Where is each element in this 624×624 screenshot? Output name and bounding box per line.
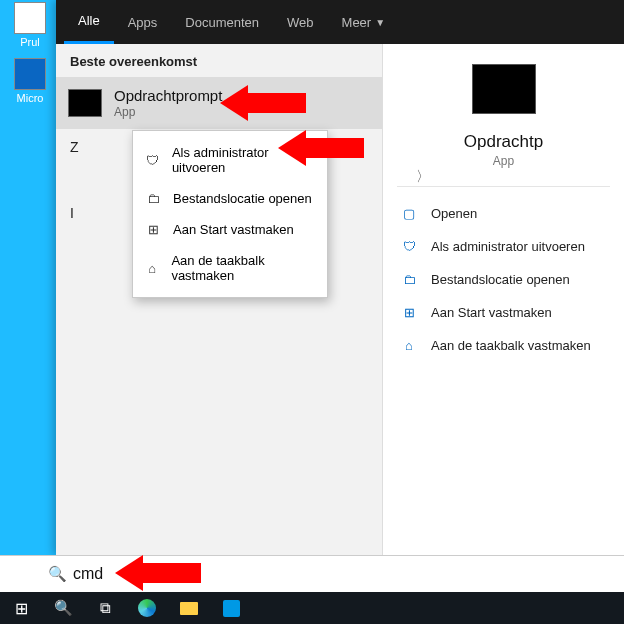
edge-icon [138, 599, 156, 617]
ctx-pin-to-taskbar[interactable]: ⌂ Aan de taakbalk vastmaken [133, 245, 327, 291]
detail-action-run-admin[interactable]: 🛡 Als administrator uitvoeren [383, 230, 624, 263]
pin-icon: ⊞ [401, 305, 417, 320]
taskbar-search-box[interactable]: 🔍 [0, 555, 624, 592]
tab-all[interactable]: Alle [64, 0, 114, 44]
best-match-subtitle: App [114, 105, 222, 119]
recycle-bin-icon [14, 2, 46, 34]
taskbar-explorer[interactable] [168, 592, 210, 624]
chevron-down-icon: ▼ [375, 17, 385, 28]
start-button[interactable]: ⊞ [0, 592, 42, 624]
pin-icon: ⌂ [401, 338, 417, 353]
tab-more[interactable]: Meer ▼ [328, 0, 400, 44]
task-view-button[interactable]: ⧉ [84, 592, 126, 624]
taskbar-search-button[interactable]: 🔍 [42, 592, 84, 624]
result-detail-pane: Opdrachtp App ▢ Openen 🛡 Als administrat… [382, 44, 624, 555]
shield-icon: 🛡 [145, 153, 160, 168]
best-match-title: Opdrachtprompt [114, 87, 222, 104]
start-search-panel: Alle Apps Documenten Web Meer ▼ Beste ov… [56, 0, 624, 555]
search-results: Beste overeenkomst Opdrachtprompt App Z … [56, 44, 624, 555]
detail-title: Opdrachtp [383, 132, 624, 152]
search-tabs: Alle Apps Documenten Web Meer ▼ [56, 0, 624, 44]
folder-icon: 🗀 [145, 191, 161, 206]
detail-action-pin-taskbar[interactable]: ⌂ Aan de taakbalk vastmaken [383, 329, 624, 362]
desktop-icon-label: Prul [20, 36, 40, 48]
cmd-icon [68, 89, 102, 117]
results-list: Beste overeenkomst Opdrachtprompt App Z … [56, 44, 382, 555]
taskbar-store[interactable] [210, 592, 252, 624]
desktop-icon-label: Micro [17, 92, 44, 104]
detail-subtitle: App [383, 154, 624, 168]
cmd-thumbnail-icon [472, 64, 536, 114]
folder-icon [180, 602, 198, 615]
tab-apps[interactable]: Apps [114, 0, 172, 44]
detail-actions: ▢ Openen 🛡 Als administrator uitvoeren 🗀… [383, 187, 624, 372]
best-match-item[interactable]: Opdrachtprompt App [56, 77, 382, 129]
desktop-icon-edge[interactable]: Micro [6, 58, 54, 104]
folder-icon: 🗀 [401, 272, 417, 287]
ctx-pin-to-start[interactable]: ⊞ Aan Start vastmaken [133, 214, 327, 245]
open-icon: ▢ [401, 206, 417, 221]
taskbar: ⊞ 🔍 ⧉ [0, 592, 624, 624]
tab-documents[interactable]: Documenten [171, 0, 273, 44]
search-icon: 🔍 [41, 565, 73, 583]
section-best-match: Beste overeenkomst [56, 44, 382, 77]
desktop-icon-recycle-bin[interactable]: Prul [6, 2, 54, 48]
detail-action-open[interactable]: ▢ Openen [383, 197, 624, 230]
taskbar-edge[interactable] [126, 592, 168, 624]
detail-action-pin-start[interactable]: ⊞ Aan Start vastmaken [383, 296, 624, 329]
tab-web[interactable]: Web [273, 0, 328, 44]
store-icon [223, 600, 240, 617]
pin-icon: ⊞ [145, 222, 161, 237]
edge-icon [14, 58, 46, 90]
shield-icon: 🛡 [401, 239, 417, 254]
ctx-open-file-location[interactable]: 🗀 Bestandslocatie openen [133, 183, 327, 214]
chevron-right-icon[interactable]: 〉 [416, 168, 430, 186]
detail-action-open-location[interactable]: 🗀 Bestandslocatie openen [383, 263, 624, 296]
pin-icon: ⌂ [145, 261, 159, 276]
